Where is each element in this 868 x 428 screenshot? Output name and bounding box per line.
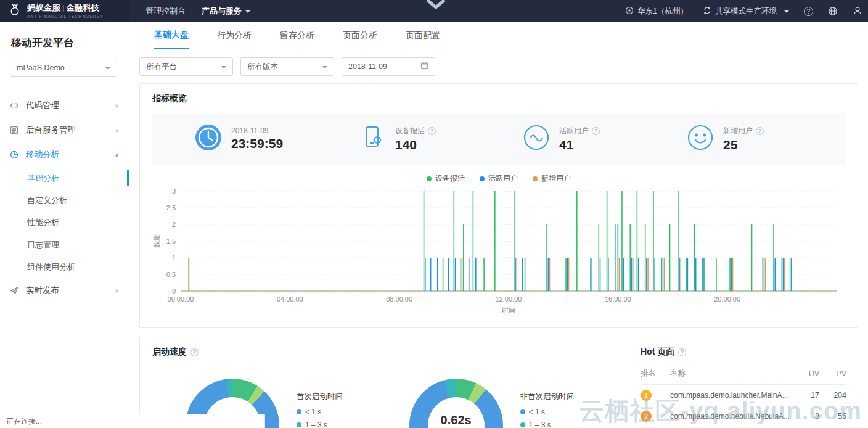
- filters-row: 所有平台 所有版本 2018-11-09: [129, 49, 868, 83]
- tab-0[interactable]: 基础大盘: [154, 30, 189, 49]
- legend-item[interactable]: 活跃用户: [480, 173, 518, 184]
- legend-dot: [297, 409, 301, 414]
- logo-cn: 蚂蚁金服: [27, 3, 60, 12]
- donut-legend: 非首次启动时间< 1 s1 – 3 s3 – 5 s> 5 s: [520, 392, 575, 428]
- sidebar-item-analytics[interactable]: 移动分析∧: [0, 142, 129, 167]
- page-name: com.mpaas.demo.launcher.MainA...: [670, 385, 796, 406]
- column-header-pv: PV: [819, 363, 846, 385]
- stat-label: 活跃用户?: [559, 126, 600, 136]
- calendar-icon: [420, 62, 428, 72]
- sidebar-menu: 代码管理∨后台服务管理∨移动分析∧基础分析自定义分析性能分析日志管理组件使用分析…: [0, 93, 129, 303]
- rank-badge: 2: [641, 411, 652, 422]
- stat-value: 25: [723, 138, 764, 152]
- help-icon[interactable]: ?: [592, 127, 600, 135]
- new-users-icon: [686, 123, 714, 154]
- rank-badge: 1: [641, 390, 652, 401]
- sidebar-item-backend[interactable]: 后台服务管理∨: [0, 118, 129, 142]
- svg-text:04:00:00: 04:00:00: [277, 295, 303, 303]
- chevron-up-icon: ∧: [115, 152, 119, 158]
- metrics-overview-card: 指标概览 2018-11-0923:59:59设备报活?140活跃用户?41新增…: [139, 83, 858, 328]
- backend-icon: [10, 126, 20, 134]
- ant-financial-logo[interactable]: 蚂蚁金服|金融科技 ANT FINANCIAL TECHNOLOGY: [0, 0, 129, 22]
- tab-1[interactable]: 行为分析: [217, 30, 252, 49]
- legend-dot: [533, 176, 538, 181]
- page-name: com.mpaas.demo.nebula.NebulaA...: [670, 406, 796, 427]
- non-first-startup-donut-group: 0.62s平均启动时间非首次启动时间< 1 s1 – 3 s3 – 5 s> 5…: [409, 379, 575, 428]
- non-first-startup-donut: 0.62s平均启动时间: [409, 379, 503, 428]
- platform-select[interactable]: 所有平台: [139, 57, 233, 76]
- release-icon: [10, 286, 20, 295]
- stat-value: 41: [559, 138, 600, 152]
- pv-value: 204: [819, 385, 846, 406]
- chevron-down-icon: [245, 10, 250, 15]
- stat-clock: 2018-11-0923:59:59: [171, 123, 335, 154]
- region-select[interactable]: 华东1（杭州）: [625, 6, 688, 17]
- sidebar-subitem[interactable]: 性能分析: [0, 212, 129, 234]
- main-content: 基础大盘行为分析留存分析页面分析页面配置 所有平台 所有版本 2018-11-0…: [129, 0, 868, 428]
- language-globe-icon[interactable]: [828, 6, 838, 16]
- column-header-名称: 名称: [670, 363, 796, 385]
- user-avatar-icon[interactable]: [853, 6, 862, 16]
- svg-text:2: 2: [172, 221, 176, 228]
- sidebar-subitem[interactable]: 基础分析: [0, 167, 129, 189]
- version-select[interactable]: 所有版本: [240, 57, 334, 76]
- legend-dot: [480, 176, 485, 181]
- ant-logo-icon: [7, 3, 22, 19]
- column-header-uv: UV: [796, 363, 819, 385]
- stat-value: 23:59:59: [231, 136, 283, 151]
- sidebar-item-release[interactable]: 实时发布∨: [0, 278, 129, 303]
- svg-text:16:00:00: 16:00:00: [605, 295, 631, 303]
- code-icon: [10, 101, 20, 110]
- sidebar-subitem[interactable]: 自定义分析: [0, 189, 129, 212]
- sidebar-item-code[interactable]: 代码管理∨: [0, 93, 129, 118]
- table-row[interactable]: 1com.mpaas.demo.launcher.MainA...17204: [641, 385, 846, 406]
- legend-item[interactable]: 设备报活: [427, 173, 465, 184]
- products-menu[interactable]: 产品与服务: [202, 6, 250, 17]
- donut-legend-item[interactable]: 1 – 3 s: [520, 421, 575, 428]
- environment-select[interactable]: 共享模式生产环境: [703, 6, 789, 17]
- stat-device-report: 设备报活?140: [335, 123, 499, 154]
- svg-text:0.5: 0.5: [166, 271, 176, 278]
- chevron-down-icon: ∨: [115, 102, 119, 109]
- legend-dot: [297, 422, 301, 427]
- date-picker[interactable]: 2018-11-09: [342, 57, 435, 76]
- metrics-chart-svg: 00.511.522.5300:00:0004:00:0008:00:0012:…: [152, 185, 846, 316]
- chevron-down-icon: ∨: [115, 287, 119, 294]
- metrics-chart: 00.511.522.5300:00:0004:00:0008:00:0012:…: [152, 185, 845, 318]
- chart-legend: 设备报活活跃用户新增用户: [152, 173, 845, 184]
- svg-text:1.5: 1.5: [166, 237, 176, 245]
- console-link[interactable]: 管理控制台: [145, 6, 186, 17]
- connection-status-bar: 正在连接...: [0, 414, 265, 428]
- donut-legend: 首次启动时间< 1 s1 – 3 s3 – 5 s> 5 s: [297, 392, 343, 428]
- region-icon: [625, 6, 634, 17]
- stat-label: 2018-11-09: [231, 126, 283, 135]
- table-row[interactable]: 2com.mpaas.demo.nebula.NebulaA...855: [641, 406, 846, 427]
- tab-2[interactable]: 留存分析: [280, 30, 314, 49]
- tab-bar: 基础大盘行为分析留存分析页面分析页面配置: [129, 22, 868, 49]
- help-icon[interactable]: ?: [428, 127, 436, 135]
- workspace-select[interactable]: mPaaS Demo: [10, 59, 117, 77]
- sidebar-subitem[interactable]: 组件使用分析: [0, 256, 129, 278]
- help-icon[interactable]: ?: [678, 348, 686, 356]
- svg-text:12:00:00: 12:00:00: [496, 295, 522, 303]
- tab-4[interactable]: 页面配置: [406, 30, 440, 49]
- tab-3[interactable]: 页面分析: [343, 30, 377, 49]
- stat-new-users: 新增用户?25: [663, 123, 827, 154]
- svg-text:00:00:00: 00:00:00: [168, 295, 194, 303]
- stat-value: 140: [395, 138, 436, 152]
- help-icon[interactable]: ?: [190, 348, 199, 356]
- svg-text:20:00:00: 20:00:00: [714, 295, 740, 303]
- sidebar-subitem[interactable]: 日志管理: [0, 234, 129, 256]
- sidebar-title: 移动开发平台: [0, 22, 129, 59]
- donut-legend-item[interactable]: < 1 s: [520, 408, 575, 416]
- metrics-overview-title: 指标概览: [152, 93, 845, 104]
- svg-text:数量: 数量: [153, 234, 160, 248]
- donut-legend-item[interactable]: 1 – 3 s: [297, 421, 343, 428]
- legend-dot: [520, 422, 525, 427]
- help-icon[interactable]: ?: [756, 127, 764, 135]
- help-icon[interactable]: ?: [804, 7, 813, 16]
- legend-item[interactable]: 新增用户: [533, 173, 571, 184]
- donut-legend-item[interactable]: < 1 s: [297, 408, 343, 416]
- legend-dot: [520, 409, 525, 414]
- svg-text:1: 1: [172, 254, 176, 261]
